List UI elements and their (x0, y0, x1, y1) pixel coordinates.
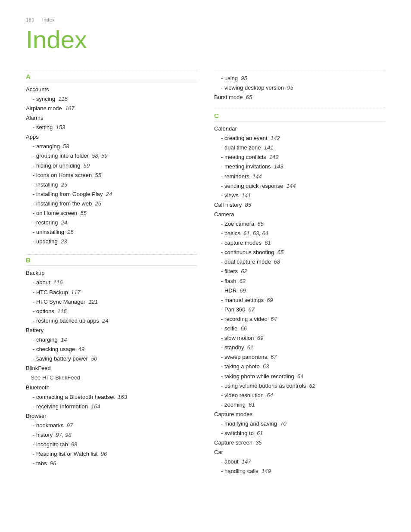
right-column: - using 95 - viewing desktop version 95 … (214, 71, 385, 484)
header-title: Index (42, 17, 55, 22)
entry-capture-screen: Capture screen 35 (214, 438, 385, 448)
index-columns: A Accounts - syncing 115 Airplane mode 1… (26, 71, 385, 484)
entry-browser: Browser - bookmarks 97 - history 97, 98 … (26, 411, 197, 469)
entry-camera: Camera - Zoe camera 65 - basics 61, 63, … (214, 210, 385, 410)
entry-battery: Battery - charging 14 - checking usage 4… (26, 326, 197, 364)
entry-alarms: Alarms - setting 153 (26, 113, 197, 132)
section-browser-cont: - using 95 - viewing desktop version 95 … (214, 71, 385, 102)
section-a: A Accounts - syncing 115 Airplane mode 1… (26, 71, 197, 247)
entry-car: Car - about 147 - handling calls 149 (214, 448, 385, 476)
entry-call-history: Call history 85 (214, 200, 385, 210)
section-c: C Calendar - creating an event 142 - dua… (214, 110, 385, 476)
entry-backup: Backup - about 116 - HTC Backup 117 - HT… (26, 268, 197, 326)
page-number: 180 (26, 17, 34, 22)
page-header: 180 Index (26, 17, 385, 22)
entry-burst-mode: Burst mode 65 (214, 93, 385, 102)
entry-bluetooth: Bluetooth - connecting a Bluetooth heads… (26, 383, 197, 411)
page-title: Index (26, 26, 385, 53)
section-b: B Backup - about 116 - HTC Backup 117 - … (26, 254, 197, 468)
entry-browser-cont: - using 95 - viewing desktop version 95 (214, 74, 385, 93)
entry-accounts: Accounts - syncing 115 (26, 85, 197, 104)
entry-calendar: Calendar - creating an event 142 - dual … (214, 124, 385, 200)
entry-capture-modes: Capture modes - modifying and saving 70 … (214, 410, 385, 438)
entry-blinkfeed: BlinkFeed See HTC BlinkFeed (26, 364, 197, 383)
left-column: A Accounts - syncing 115 Airplane mode 1… (26, 71, 197, 476)
section-letter-b: B (26, 254, 197, 264)
section-letter-a: A (26, 71, 197, 81)
page: 180 Index Index A Accounts - syncing 115… (0, 0, 411, 532)
section-letter-c: C (214, 110, 385, 120)
entry-apps: Apps - arranging 58 - grouping into a fo… (26, 132, 197, 246)
entry-airplane-mode: Airplane mode 167 (26, 104, 197, 113)
